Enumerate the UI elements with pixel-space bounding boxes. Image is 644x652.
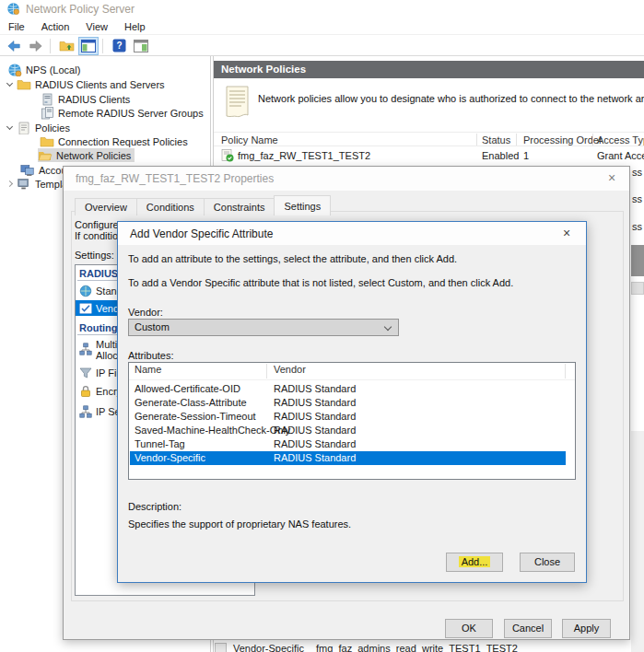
- results-description: Network policies allow you to designate …: [258, 93, 644, 106]
- column-processing-order[interactable]: Processing Order: [523, 134, 603, 146]
- window-title: Network Policy Server: [26, 3, 135, 16]
- attribute-row[interactable]: Generate-Class-AttributeRADIUS Standard: [130, 396, 566, 410]
- tree-item-remote-radius-server-groups[interactable]: Remote RADIUS Server Groups: [0, 106, 210, 120]
- attributes-column-vendor[interactable]: Vendor: [274, 364, 306, 375]
- column-separator[interactable]: [266, 364, 267, 378]
- add-instruction-2: To add a Vendor Specific attribute that …: [128, 277, 513, 288]
- attribute-row[interactable]: Saved-Machine-HealthCheck-OnlyRADIUS Sta…: [130, 424, 566, 437]
- vendor-select[interactable]: Custom: [128, 319, 399, 336]
- tab-overview[interactable]: Overview: [75, 198, 137, 215]
- screen: { "colors": { "accent": "#0078d7", "head…: [0, 0, 644, 652]
- attributes-column-name[interactable]: Name: [135, 364, 161, 375]
- menu-view[interactable]: View: [77, 21, 116, 32]
- vendor-selected-value: Custom: [135, 321, 170, 332]
- add-vendor-specific-attribute-dialog: Add Vendor Specific Attribute × To add a…: [117, 221, 587, 583]
- properties-tabs: Overview Conditions Constraints Settings: [75, 195, 330, 215]
- add-dialog-titlebar: Add Vendor Specific Attribute ×: [118, 222, 586, 245]
- policy-scroll-icon: [17, 121, 31, 134]
- open-folder-icon: [38, 148, 53, 162]
- policy-check-icon: [221, 149, 234, 164]
- column-separator[interactable]: [476, 134, 477, 146]
- chevron-down-icon[interactable]: [6, 80, 13, 87]
- divider: [214, 132, 644, 133]
- server-group-icon: [40, 106, 54, 120]
- chevron-right-icon[interactable]: [6, 180, 13, 187]
- properties-dialog-title: fmg_faz_RW_TEST1_TEST2 Properties: [76, 172, 274, 185]
- apply-button[interactable]: Apply: [562, 619, 611, 638]
- scrollbar-track[interactable]: [631, 431, 644, 652]
- column-separator[interactable]: [592, 134, 593, 146]
- console-tree-icon: [81, 40, 96, 52]
- policy-order: 1: [523, 150, 529, 161]
- tab-constraints[interactable]: Constraints: [204, 198, 275, 215]
- tree-item-network-policies[interactable]: Network Policies: [0, 148, 210, 162]
- back-arrow-icon: [6, 39, 21, 53]
- results-header: Network Policies: [214, 61, 644, 78]
- tree-item-label: RADIUS Clients and Servers: [35, 79, 165, 90]
- column-access-type[interactable]: Access Type: [597, 134, 644, 146]
- attribute-row-selected[interactable]: Vendor-SpecificRADIUS Standard: [130, 451, 566, 465]
- divider: [214, 146, 644, 146]
- nps-server-icon: [7, 63, 22, 76]
- scrollbar-button[interactable]: [631, 282, 644, 295]
- server-icon: [40, 92, 54, 106]
- add-dialog-title: Add Vendor Specific Attribute: [130, 227, 273, 240]
- policy-name: fmg_faz_RW_TEST1_TEST2: [238, 150, 370, 161]
- add-button[interactable]: Add...: [446, 553, 503, 572]
- column-policy-name[interactable]: Policy Name: [221, 134, 278, 146]
- tree-item-connection-request-policies[interactable]: Connection Request Policies: [0, 134, 210, 148]
- show-console-tree-button[interactable]: [78, 37, 99, 55]
- up-one-level-button[interactable]: [56, 37, 76, 55]
- menu-bar: File Action View Help: [0, 18, 644, 35]
- templates-icon: [17, 177, 31, 191]
- tree-item-radius-clients-and-servers[interactable]: RADIUS Clients and Servers: [0, 77, 210, 91]
- toolbar-separator: [50, 39, 51, 53]
- tree-item-label: Connection Request Policies: [58, 136, 188, 147]
- description-text: Specifies the support of proprietary NAS…: [128, 518, 351, 530]
- add-button-highlight: Add...: [459, 556, 491, 567]
- column-status[interactable]: Status: [482, 134, 510, 146]
- column-separator[interactable]: [565, 364, 566, 378]
- lock-icon: [79, 385, 92, 398]
- help-button[interactable]: ?: [109, 37, 129, 55]
- filter-funnel-icon: [79, 367, 92, 379]
- menu-action[interactable]: Action: [33, 21, 78, 32]
- chevron-down-icon[interactable]: [6, 123, 13, 130]
- tree-item-label: Network Policies: [56, 150, 131, 161]
- folder-icon: [17, 77, 31, 91]
- show-action-pane-button[interactable]: [131, 37, 151, 55]
- menu-file[interactable]: File: [0, 21, 33, 32]
- folder-icon: [40, 134, 54, 148]
- close-icon[interactable]: ×: [556, 225, 577, 241]
- column-separator[interactable]: [516, 134, 517, 146]
- clipped-row-text: ss: [632, 167, 642, 178]
- tree-item-label: RADIUS Clients: [58, 94, 130, 105]
- description-label: Description:: [128, 501, 181, 512]
- tree-item-label: NPS (Local): [26, 64, 80, 76]
- forward-button[interactable]: [26, 37, 46, 55]
- scrollbar-thumb[interactable]: [631, 245, 644, 276]
- attribute-row[interactable]: Generate-Session-TimeoutRADIUS Standard: [130, 410, 566, 424]
- close-icon[interactable]: ×: [602, 169, 622, 186]
- cancel-button[interactable]: Cancel: [504, 619, 552, 638]
- attribute-row[interactable]: Allowed-Certificate-OIDRADIUS Standard: [130, 382, 566, 396]
- up-folder-icon: [59, 39, 75, 52]
- nps-app-icon: [6, 2, 20, 17]
- back-button[interactable]: [4, 37, 24, 55]
- divider: [129, 379, 575, 380]
- close-button[interactable]: Close: [520, 553, 575, 572]
- add-instruction-1: To add an attribute to the settings, sel…: [128, 253, 457, 264]
- tab-settings[interactable]: Settings: [274, 195, 331, 215]
- tree-item-policies[interactable]: Policies: [0, 121, 210, 134]
- tree-item-nps-local[interactable]: NPS (Local): [0, 63, 210, 76]
- tree-item-radius-clients[interactable]: RADIUS Clients: [0, 92, 210, 106]
- menu-help[interactable]: Help: [116, 21, 154, 32]
- chevron-down-icon: [384, 323, 392, 331]
- attribute-row[interactable]: Tunnel-TagRADIUS Standard: [130, 437, 566, 451]
- clipped-row-text: ss: [632, 221, 642, 232]
- ok-button[interactable]: OK: [445, 619, 493, 638]
- help-icon: ?: [112, 39, 126, 52]
- toolbar-separator: [102, 39, 103, 53]
- toolbar: ?: [0, 36, 644, 56]
- tab-conditions[interactable]: Conditions: [136, 198, 205, 215]
